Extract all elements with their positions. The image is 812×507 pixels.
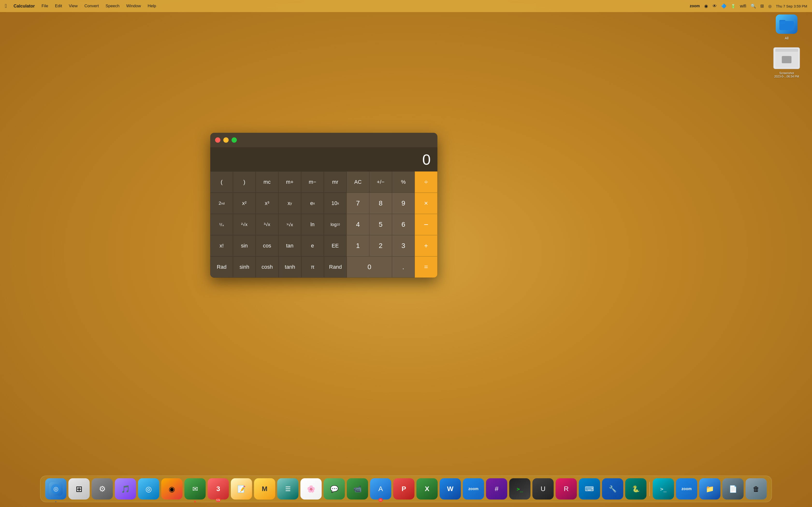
btn-open-paren[interactable]: ( bbox=[210, 171, 233, 193]
btn-sqrty[interactable]: ʸ√x bbox=[278, 214, 301, 235]
close-button[interactable] bbox=[215, 137, 220, 143]
dock-miro[interactable]: M bbox=[254, 478, 275, 500]
desktop-icon-screenshot[interactable]: Screenshot2023-0-...06.54 PM bbox=[773, 47, 800, 78]
btn-2nd[interactable]: 2nd bbox=[210, 193, 233, 214]
btn-ee[interactable]: EE bbox=[324, 235, 347, 257]
dock-unity[interactable]: U bbox=[532, 478, 554, 500]
btn-x2[interactable]: x² bbox=[233, 193, 256, 214]
minimize-button[interactable] bbox=[223, 137, 229, 143]
dock-toolbox[interactable]: 🔧 bbox=[602, 478, 623, 500]
btn-rand[interactable]: Rand bbox=[324, 257, 347, 278]
btn-9[interactable]: 9 bbox=[392, 193, 415, 214]
btn-3[interactable]: 3 bbox=[392, 235, 415, 257]
dock-terminal[interactable]: >_ bbox=[509, 478, 530, 500]
btn-divide[interactable]: ÷ bbox=[415, 171, 438, 193]
dock-chrome[interactable]: ◉ bbox=[161, 478, 183, 500]
dock-finder[interactable]: ◎ bbox=[45, 478, 66, 500]
btn-pi[interactable]: π bbox=[301, 257, 324, 278]
dock-files[interactable]: 📄 bbox=[722, 478, 744, 500]
apple-menu[interactable]:  bbox=[5, 3, 7, 9]
maximize-button[interactable] bbox=[232, 137, 237, 143]
btn-4[interactable]: 4 bbox=[347, 214, 369, 235]
btn-ex[interactable]: ex bbox=[301, 193, 324, 214]
btn-equals[interactable]: = bbox=[415, 257, 438, 278]
btn-close-paren[interactable]: ) bbox=[233, 171, 256, 193]
dock-zoom[interactable]: zoom bbox=[463, 478, 484, 500]
dock-pycharm[interactable]: 🐍 bbox=[625, 478, 647, 500]
dock-iterm[interactable]: >_ bbox=[653, 478, 674, 500]
calc-result: 0 bbox=[422, 151, 430, 168]
btn-sqrt3[interactable]: ³√x bbox=[256, 214, 278, 235]
menubar-icon3: 🔷 bbox=[721, 3, 726, 9]
dock-finder2[interactable]: 📁 bbox=[699, 478, 720, 500]
btn-mplus[interactable]: m+ bbox=[278, 171, 301, 193]
menu-view[interactable]: View bbox=[69, 4, 78, 8]
dock-notes[interactable]: 📝 bbox=[231, 478, 252, 500]
btn-sin[interactable]: sin bbox=[233, 235, 256, 257]
dock-zoom2[interactable]: zoom bbox=[676, 478, 697, 500]
dock-things[interactable]: 3 62k bbox=[208, 478, 229, 500]
btn-2[interactable]: 2 bbox=[369, 235, 392, 257]
btn-multiply[interactable]: × bbox=[415, 193, 438, 214]
dock-lists[interactable]: ☰ bbox=[277, 478, 298, 500]
dock-rider[interactable]: R bbox=[556, 478, 577, 500]
btn-xy[interactable]: xy bbox=[278, 193, 301, 214]
menu-window[interactable]: Window bbox=[126, 4, 141, 8]
btn-rad[interactable]: Rad bbox=[210, 257, 233, 278]
btn-plus[interactable]: + bbox=[415, 235, 438, 257]
dock-system-prefs[interactable]: ⚙ bbox=[92, 478, 113, 500]
menu-help[interactable]: Help bbox=[148, 4, 156, 8]
btn-plusminus[interactable]: +/− bbox=[369, 171, 392, 193]
dock-launchpad[interactable]: ⊞ bbox=[68, 478, 90, 500]
btn-1x[interactable]: ¹/ₓ bbox=[210, 214, 233, 235]
btn-x3[interactable]: x³ bbox=[256, 193, 278, 214]
btn-mminus[interactable]: m− bbox=[301, 171, 324, 193]
dock-photos[interactable]: 🌸 bbox=[300, 478, 322, 500]
btn-7[interactable]: 7 bbox=[347, 193, 369, 214]
dock-powerpoint[interactable]: P bbox=[393, 478, 414, 500]
btn-e[interactable]: e bbox=[301, 235, 324, 257]
dock-messages[interactable]: 💬 bbox=[323, 478, 345, 500]
clock[interactable]: Thu 7 Sep 3:59 PM bbox=[776, 4, 807, 8]
btn-10x[interactable]: 10x bbox=[324, 193, 347, 214]
dock-slack[interactable]: # bbox=[486, 478, 507, 500]
btn-tan[interactable]: tan bbox=[278, 235, 301, 257]
dock-appstore[interactable]: A 41 bbox=[370, 478, 391, 500]
btn-mc[interactable]: mc bbox=[256, 171, 278, 193]
dock-mimestream[interactable]: ✉ bbox=[185, 478, 206, 500]
menu-file[interactable]: File bbox=[42, 4, 48, 8]
btn-8[interactable]: 8 bbox=[369, 193, 392, 214]
btn-factorial[interactable]: x! bbox=[210, 235, 233, 257]
btn-0[interactable]: 0 bbox=[347, 257, 392, 278]
menu-speech[interactable]: Speech bbox=[106, 4, 120, 8]
btn-cosh[interactable]: cosh bbox=[256, 257, 278, 278]
btn-cos[interactable]: cos bbox=[256, 235, 278, 257]
desktop-icon-all[interactable]: All bbox=[776, 14, 798, 40]
btn-mr[interactable]: mr bbox=[324, 171, 347, 193]
dock-facetime[interactable]: 📹 bbox=[347, 478, 368, 500]
btn-sinh[interactable]: sinh bbox=[233, 257, 256, 278]
dock-word[interactable]: W bbox=[440, 478, 461, 500]
btn-minus[interactable]: − bbox=[415, 214, 438, 235]
dock-siri[interactable]: 🎵 bbox=[115, 478, 136, 500]
btn-ac[interactable]: AC bbox=[347, 171, 369, 193]
dock-excel[interactable]: X bbox=[416, 478, 438, 500]
dock-vscode[interactable]: ⌨ bbox=[579, 478, 600, 500]
btn-6[interactable]: 6 bbox=[392, 214, 415, 235]
dock-safari[interactable]: ◎ bbox=[138, 478, 159, 500]
btn-tanh[interactable]: tanh bbox=[278, 257, 301, 278]
btn-decimal[interactable]: . bbox=[392, 257, 415, 278]
app-name[interactable]: Calculator bbox=[13, 4, 35, 9]
dock-trash[interactable]: 🗑 bbox=[746, 478, 767, 500]
btn-ln[interactable]: ln bbox=[301, 214, 324, 235]
menu-edit[interactable]: Edit bbox=[55, 4, 62, 8]
menu-convert[interactable]: Convert bbox=[84, 4, 99, 8]
btn-sqrt2[interactable]: ²√x bbox=[233, 214, 256, 235]
btn-percent[interactable]: % bbox=[392, 171, 415, 193]
control-center-icon[interactable]: ⊞ bbox=[760, 3, 764, 9]
notification-icon[interactable]: ◎ bbox=[768, 4, 772, 8]
btn-1[interactable]: 1 bbox=[347, 235, 369, 257]
btn-5[interactable]: 5 bbox=[369, 214, 392, 235]
search-icon[interactable]: 🔍 bbox=[751, 3, 756, 9]
btn-log10[interactable]: log10 bbox=[324, 214, 347, 235]
